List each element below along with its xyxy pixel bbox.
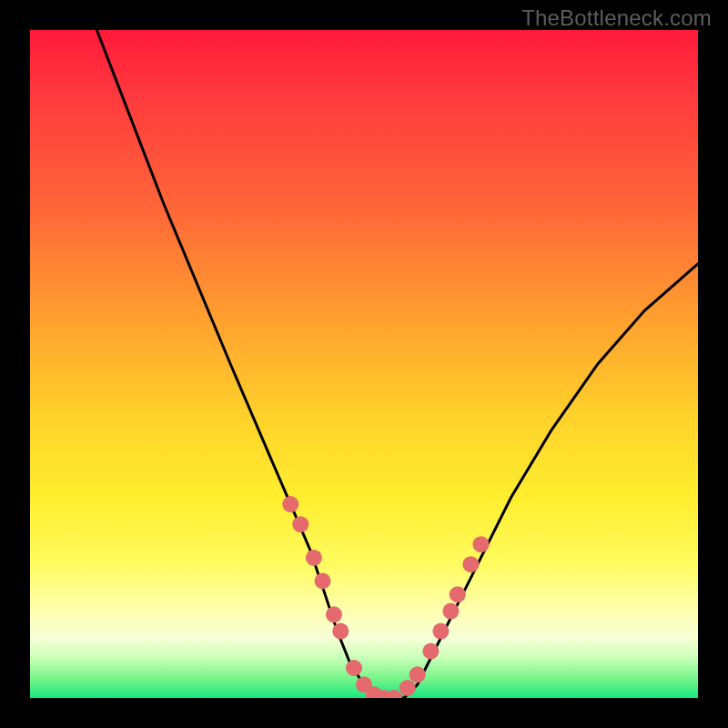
marker-dot	[399, 680, 416, 696]
marker-dot	[432, 623, 449, 640]
marker-dot	[315, 573, 331, 590]
bottleneck-curve	[96, 30, 698, 698]
marker-dot	[326, 606, 342, 622]
marker-dot	[292, 516, 308, 532]
chart-svg	[30, 30, 698, 698]
watermark-text: TheBottleneck.com	[521, 5, 712, 31]
plot-area	[30, 30, 698, 698]
marker-dot	[306, 550, 322, 566]
chart-frame: TheBottleneck.com	[0, 0, 728, 728]
marker-dot	[442, 603, 459, 620]
marker-dot	[422, 643, 439, 660]
marker-dot	[282, 496, 298, 512]
marker-dot	[332, 623, 349, 640]
marker-dot	[473, 536, 490, 552]
marker-dot	[410, 666, 426, 682]
marker-dot	[450, 586, 466, 602]
marker-dot	[346, 660, 362, 676]
marker-dots-group	[282, 496, 489, 698]
marker-dot	[462, 556, 479, 572]
